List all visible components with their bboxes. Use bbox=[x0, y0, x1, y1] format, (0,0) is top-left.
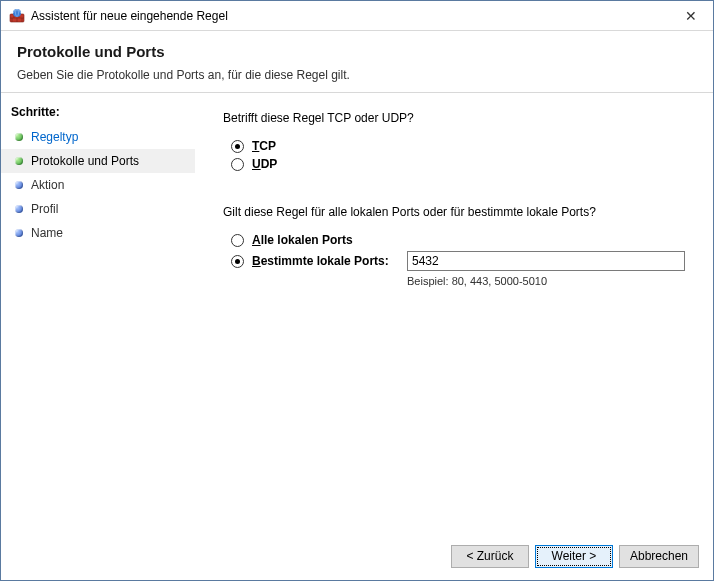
specific-ports-input[interactable] bbox=[407, 251, 685, 271]
radio-all-ports[interactable]: Alle lokalen Ports bbox=[231, 233, 685, 247]
steps-sidebar: Schritte: Regeltyp Protokolle und Ports … bbox=[1, 93, 195, 532]
step-bullet-icon bbox=[15, 157, 23, 165]
radio-icon bbox=[231, 234, 244, 247]
radio-icon bbox=[231, 140, 244, 153]
radio-label-all-ports: Alle lokalen Ports bbox=[252, 233, 407, 247]
next-button[interactable]: Weiter > bbox=[535, 545, 613, 568]
radio-label-tcp: TCP bbox=[252, 139, 276, 153]
radio-tcp[interactable]: TCP bbox=[231, 139, 685, 153]
wizard-content: Betrifft diese Regel TCP oder UDP? TCP U… bbox=[195, 93, 713, 532]
wizard-header: Protokolle und Ports Geben Sie die Proto… bbox=[1, 31, 713, 92]
back-button[interactable]: < Zurück bbox=[451, 545, 529, 568]
step-bullet-icon bbox=[15, 133, 23, 141]
radio-icon bbox=[231, 255, 244, 268]
close-icon: ✕ bbox=[685, 8, 697, 24]
step-label: Protokolle und Ports bbox=[31, 153, 139, 169]
radio-label-specific-ports: Bestimmte lokale Ports: bbox=[252, 254, 407, 268]
ports-example: Beispiel: 80, 443, 5000-5010 bbox=[407, 275, 685, 287]
radio-udp[interactable]: UDP bbox=[231, 157, 685, 171]
protocol-question: Betrifft diese Regel TCP oder UDP? bbox=[223, 111, 685, 125]
wizard-body: Schritte: Regeltyp Protokolle und Ports … bbox=[1, 93, 713, 532]
step-label: Regeltyp bbox=[31, 129, 78, 145]
wizard-footer: < Zurück Weiter > Abbrechen bbox=[1, 532, 713, 580]
step-label: Name bbox=[31, 225, 63, 241]
wizard-window: Assistent für neue eingehende Regel ✕ Pr… bbox=[0, 0, 714, 581]
radio-label-udp: UDP bbox=[252, 157, 277, 171]
step-label: Profil bbox=[31, 201, 58, 217]
ports-section: Gilt diese Regel für alle lokalen Ports … bbox=[223, 205, 685, 287]
window-title: Assistent für neue eingehende Regel bbox=[31, 9, 228, 23]
page-title: Protokolle und Ports bbox=[17, 43, 697, 60]
ports-question: Gilt diese Regel für alle lokalen Ports … bbox=[223, 205, 685, 219]
step-bullet-icon bbox=[15, 229, 23, 237]
step-name[interactable]: Name bbox=[1, 221, 195, 245]
radio-specific-ports[interactable]: Bestimmte lokale Ports: bbox=[231, 251, 685, 271]
close-button[interactable]: ✕ bbox=[669, 1, 713, 30]
step-profil[interactable]: Profil bbox=[1, 197, 195, 221]
cancel-button[interactable]: Abbrechen bbox=[619, 545, 699, 568]
page-subtitle: Geben Sie die Protokolle und Ports an, f… bbox=[17, 68, 697, 82]
radio-icon bbox=[231, 158, 244, 171]
step-bullet-icon bbox=[15, 181, 23, 189]
step-protokolle-und-ports[interactable]: Protokolle und Ports bbox=[1, 149, 195, 173]
step-aktion[interactable]: Aktion bbox=[1, 173, 195, 197]
steps-heading: Schritte: bbox=[1, 101, 195, 125]
steps-list: Regeltyp Protokolle und Ports Aktion Pro… bbox=[1, 125, 195, 245]
step-label: Aktion bbox=[31, 177, 64, 193]
titlebar: Assistent für neue eingehende Regel ✕ bbox=[1, 1, 713, 31]
step-regeltyp[interactable]: Regeltyp bbox=[1, 125, 195, 149]
step-bullet-icon bbox=[15, 205, 23, 213]
firewall-icon bbox=[9, 8, 25, 24]
